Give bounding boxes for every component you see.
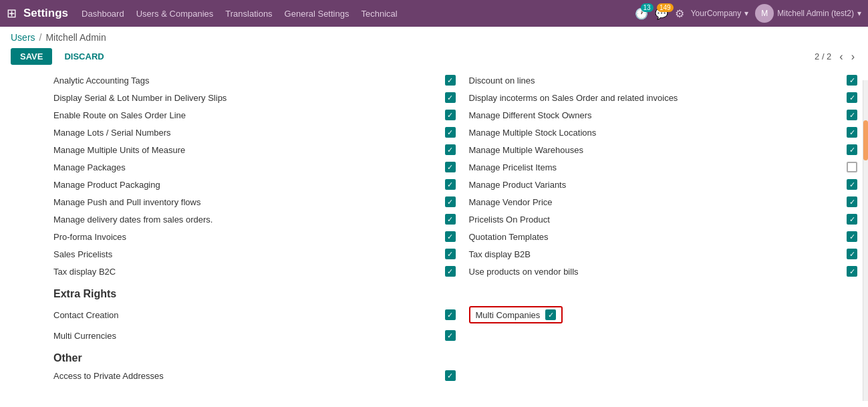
scroll-thumb (863, 120, 868, 160)
checkbox[interactable] (445, 196, 456, 207)
setting-row-right: Manage Product Variants (456, 176, 858, 193)
scrollbar[interactable] (863, 80, 868, 395)
checkbox[interactable] (445, 214, 456, 225)
setting-label: Manage Multiple Stock Locations (469, 128, 842, 138)
setting-label: Manage Packages (53, 162, 440, 172)
main-content: Analytic Accounting TagsDiscount on line… (0, 69, 868, 395)
setting-label: Tax display B2B (469, 249, 842, 259)
setting-label: Manage Different Stock Owners (469, 110, 842, 120)
nav-general-settings[interactable]: General Settings (285, 9, 349, 19)
checkbox[interactable] (445, 110, 456, 120)
setting-row: Manage Multiple Units of Measure (53, 141, 456, 158)
checkbox[interactable] (545, 309, 556, 320)
discard-button[interactable]: DISCARD (57, 48, 110, 65)
setting-label: Manage Lots / Serial Numbers (53, 128, 440, 138)
checkbox[interactable] (445, 127, 456, 138)
save-button[interactable]: SAVE (11, 48, 52, 65)
company-dropdown-icon: ▾ (744, 9, 748, 18)
toolbar: SAVE DISCARD 2 / 2 ‹ › (0, 45, 868, 69)
right-icons: 🕐 13 💬 149 ⚙ YourCompany ▾ M Mitchell Ad… (635, 4, 861, 23)
setting-label: Discount on lines (469, 76, 842, 86)
nav-technical[interactable]: Technical (361, 9, 397, 19)
pagination: 2 / 2 ‹ › (815, 51, 857, 63)
checkbox[interactable] (445, 92, 456, 103)
nav-translations[interactable]: Translations (225, 9, 272, 19)
activity-badge: 13 (641, 3, 654, 12)
company-name: YourCompany (691, 9, 742, 18)
settings-gear-icon[interactable]: ⚙ (675, 7, 684, 20)
setting-row-right: Pricelists On Product (456, 211, 858, 228)
company-menu[interactable]: YourCompany ▾ (691, 9, 749, 18)
setting-label: Manage Product Packaging (53, 180, 440, 190)
checkbox[interactable] (847, 266, 857, 277)
checkbox[interactable] (847, 127, 857, 138)
checkbox[interactable] (445, 179, 456, 190)
setting-row-right: Manage Multiple Stock Locations (456, 124, 858, 141)
message-badge: 149 (657, 3, 674, 12)
setting-row-right: Manage Different Stock Owners (456, 106, 858, 124)
setting-label: Pricelists On Product (469, 215, 842, 225)
setting-row-right (456, 327, 858, 344)
checkbox[interactable] (445, 330, 456, 341)
nav-dashboard[interactable]: Dashboard (82, 9, 124, 19)
apps-icon[interactable]: ⊞ (7, 6, 17, 21)
checkbox[interactable] (847, 110, 857, 120)
setting-row-right: Use products on vendor bills (456, 263, 858, 280)
checkbox[interactable] (445, 309, 456, 320)
page-text: 2 / 2 (815, 51, 831, 61)
section-header: Other (53, 344, 857, 367)
setting-row: Manage Packages (53, 158, 456, 176)
activity-icon[interactable]: 🕐 13 (635, 7, 648, 20)
checkbox[interactable] (445, 266, 456, 277)
setting-row: Tax display B2C (53, 263, 456, 280)
setting-row-right: Manage Vendor Price (456, 193, 858, 211)
setting-row-right: Tax display B2B (456, 245, 858, 263)
nav-users-companies[interactable]: Users & Companies (136, 9, 214, 19)
checkbox[interactable] (847, 75, 857, 86)
checkbox[interactable] (445, 370, 456, 381)
checkbox[interactable] (445, 75, 456, 86)
setting-label: Use products on vendor bills (469, 267, 842, 277)
nav-links: Dashboard Users & Companies Translations… (82, 9, 635, 19)
setting-label: Sales Pricelists (53, 249, 440, 259)
next-page-button[interactable]: › (849, 51, 857, 63)
user-dropdown-icon: ▾ (857, 9, 861, 18)
breadcrumb-current: Mitchell Admin (45, 32, 106, 43)
setting-label: Quotation Templates (469, 232, 842, 242)
checkbox[interactable] (445, 144, 456, 155)
message-icon[interactable]: 💬 149 (655, 7, 668, 20)
checkbox[interactable] (445, 162, 456, 172)
prev-page-button[interactable]: ‹ (837, 51, 845, 63)
breadcrumb-parent[interactable]: Users (11, 32, 35, 43)
setting-label: Manage Product Variants (469, 180, 842, 190)
setting-label: Display Serial & Lot Number in Delivery … (53, 93, 440, 103)
setting-label: Manage Multiple Warehouses (469, 145, 842, 155)
checkbox[interactable] (847, 92, 857, 103)
setting-row: Enable Route on Sales Order Line (53, 106, 456, 124)
setting-label: Manage delivery dates from sales orders. (53, 215, 440, 225)
checkbox[interactable] (847, 179, 857, 190)
checkbox[interactable] (847, 231, 857, 242)
setting-label: Enable Route on Sales Order Line (53, 110, 440, 120)
top-navigation: ⊞ Settings Dashboard Users & Companies T… (0, 0, 868, 27)
setting-row-right: Multi Companies (456, 303, 858, 327)
checkbox[interactable] (445, 249, 456, 259)
checkbox[interactable] (847, 162, 857, 172)
setting-row: Analytic Accounting Tags (53, 72, 456, 89)
checkbox[interactable] (445, 231, 456, 242)
checkbox[interactable] (847, 196, 857, 207)
setting-label: Manage Push and Pull inventory flows (53, 197, 440, 207)
checkbox[interactable] (847, 214, 857, 225)
user-menu[interactable]: M Mitchell Admin (test2) ▾ (755, 4, 861, 23)
setting-label: Manage Vendor Price (469, 197, 842, 207)
setting-row-right: Manage Multiple Warehouses (456, 141, 858, 158)
breadcrumb: Users / Mitchell Admin (11, 32, 106, 43)
setting-row-right (456, 367, 858, 384)
checkbox[interactable] (847, 144, 857, 155)
setting-label: Access to Private Addresses (53, 371, 440, 381)
setting-label: Multi Currencies (53, 331, 440, 341)
setting-row-right: Display incoterms on Sales Order and rel… (456, 89, 858, 106)
checkbox[interactable] (847, 249, 857, 259)
setting-label: Analytic Accounting Tags (53, 76, 440, 86)
setting-row-right: Discount on lines (456, 72, 858, 89)
